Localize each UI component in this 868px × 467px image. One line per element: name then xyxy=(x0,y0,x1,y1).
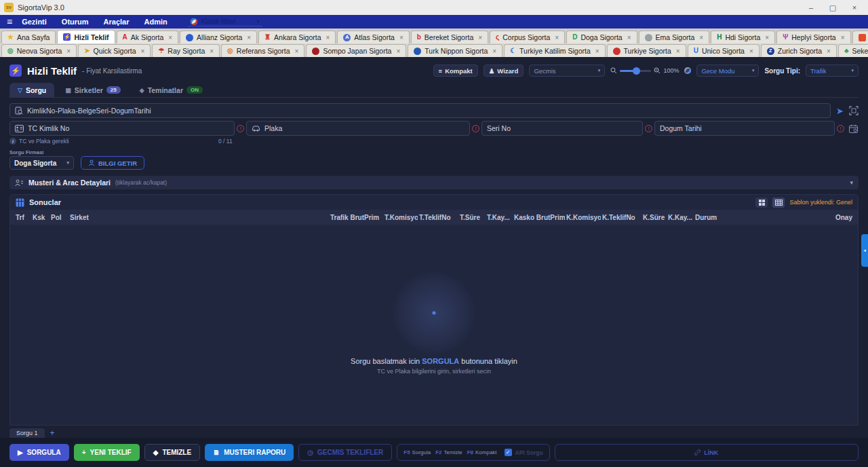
tab-sirketler[interactable]: ▦Sirketler25 xyxy=(57,83,128,97)
plaka-input[interactable] xyxy=(264,124,465,132)
menu-item-oturum[interactable]: Oturum xyxy=(62,18,89,26)
tab-unico-sigorta[interactable]: UUnico Sigorta× xyxy=(688,44,760,57)
column-header-k-teklifno[interactable]: K.TeklifNo xyxy=(601,214,642,221)
api-query-checkbox[interactable]: ✓ API Sorgu xyxy=(505,449,543,456)
close-icon[interactable]: × xyxy=(478,34,482,41)
zoom-slider[interactable] xyxy=(620,70,651,72)
zoom-in-icon[interactable] xyxy=(654,67,660,74)
close-icon[interactable]: × xyxy=(595,48,599,55)
card-view-toggle[interactable] xyxy=(755,198,768,208)
table-view-toggle[interactable] xyxy=(772,198,785,208)
menu-item-ara-lar[interactable]: Araçlar xyxy=(104,18,130,26)
query-type-select[interactable]: Trafik ▾ xyxy=(806,64,859,77)
close-icon[interactable]: × xyxy=(141,48,145,55)
tab-corpus-sigorta[interactable]: ςCorpus Sigorta× xyxy=(490,31,565,43)
zoom-out-icon[interactable] xyxy=(610,67,617,74)
gecmis-teklifler-button[interactable]: ◷GECMIS TEKLIFLER xyxy=(298,444,392,461)
tab-ak-sigorta[interactable]: AAk Sigorta× xyxy=(117,31,179,43)
musteri-raporu-button[interactable]: 🗎MUSTERI RAPORU xyxy=(205,444,294,461)
hamburger-icon[interactable]: ≡ xyxy=(7,16,12,27)
close-icon[interactable]: × xyxy=(492,48,496,55)
tab-teminatlar[interactable]: ◈TeminatlarON xyxy=(132,83,211,97)
query-tab-sorgu-1[interactable]: Sorgu 1 xyxy=(9,428,45,438)
tab-sorgu[interactable]: ▽Sorgu xyxy=(9,83,54,97)
column-header-t-s-re[interactable]: T.Süre xyxy=(458,214,486,221)
close-icon[interactable]: × xyxy=(326,34,330,41)
tc-kimlik-no-input[interactable] xyxy=(28,124,229,132)
query-company-select[interactable]: Doga Sigorta ▾ xyxy=(9,156,74,170)
column-header-k-kay[interactable]: K.Kay... xyxy=(667,214,694,221)
column-header-t-komisyon[interactable]: T.Komisyon xyxy=(383,214,418,221)
tab-sompo-japan-sigorta[interactable]: Sompo Japan Sigorta× xyxy=(306,44,406,57)
smart-search-input[interactable] xyxy=(27,107,825,115)
yeni-teklif-button[interactable]: +YENI TEKLIF xyxy=(74,444,140,461)
column-header-trafik-brutprim[interactable]: Trafik BrutPrim xyxy=(329,214,383,221)
column-header-pol[interactable]: Pol xyxy=(50,214,68,221)
send-arrow-icon[interactable]: ➤ xyxy=(836,106,844,116)
tab-doga-sigorta[interactable]: DDoga Sigorta× xyxy=(566,31,637,43)
tab-ankara-sigorta[interactable]: ♜Ankara Sigorta× xyxy=(258,31,336,43)
close-icon[interactable]: × xyxy=(676,48,680,55)
tab-hizli-teklif[interactable]: ⚡Hizli Teklif xyxy=(57,30,115,43)
side-panel-toggle[interactable]: ◂ xyxy=(861,234,868,267)
tab-turkiye-sigorta[interactable]: Turkiye Sigorta× xyxy=(607,44,686,57)
tab-turk-nippon-sigorta[interactable]: Turk Nippon Sigorta× xyxy=(408,44,502,57)
wizard-button[interactable]: ♟ Wizard xyxy=(484,64,524,77)
close-icon[interactable]: × xyxy=(396,48,400,55)
close-icon[interactable]: × xyxy=(295,48,299,55)
menu-item-gezinti[interactable]: Gezinti xyxy=(22,18,47,26)
tab-referans-sigorta[interactable]: ◎Referans Sigorta× xyxy=(221,44,304,57)
close-icon[interactable]: × xyxy=(699,34,703,41)
close-icon[interactable]: × xyxy=(247,34,251,41)
tab-neova-sigorta[interactable]: ◎Neova Sigorta× xyxy=(1,44,77,57)
minimize-button[interactable]: – xyxy=(802,3,821,12)
tab-heplyi-sigorta[interactable]: ΨHeplyi Sigorta× xyxy=(776,31,850,43)
seri-no-input[interactable] xyxy=(487,124,637,132)
tab-zurich-sigorta[interactable]: ZZurich Sigorta× xyxy=(761,44,837,57)
column-header-trf[interactable]: Trf xyxy=(14,214,31,221)
get-info-button[interactable]: BILGI GETIR xyxy=(81,156,144,170)
close-icon[interactable]: × xyxy=(399,34,403,41)
close-icon[interactable]: × xyxy=(841,34,845,41)
column-header-t-kay[interactable]: T.Kay... xyxy=(486,214,513,221)
tab-quick-sigorta[interactable]: ➤Quick Sigorta× xyxy=(78,44,151,57)
close-icon[interactable]: × xyxy=(555,34,559,41)
column-header-onay[interactable]: Onay xyxy=(821,214,854,221)
column-header-sirket[interactable]: Sirket xyxy=(68,214,329,221)
tab-hdi-sigorta[interactable]: HHdi Sigorta× xyxy=(711,31,775,43)
tab-allianz-sigorta[interactable]: Allianz Sigorta× xyxy=(180,31,257,43)
tab-bereket-sigorta[interactable]: bBereket Sigorta× xyxy=(411,31,488,43)
close-icon[interactable]: × xyxy=(210,48,214,55)
tab-turkiye-katilim-sigorta[interactable]: ☾Turkiye Katilim Sigorta× xyxy=(504,44,605,57)
tab-atlas-sigorta[interactable]: AAtlas Sigorta× xyxy=(337,31,409,43)
column-header-kasko-brutprim[interactable]: Kasko BrutPrim xyxy=(513,214,565,221)
column-header-k-komisyon[interactable]: K.Komisyon xyxy=(565,214,601,221)
tab-koru-sigorta[interactable]: Koru Sigorta× xyxy=(852,31,868,43)
maximize-button[interactable]: ▢ xyxy=(823,3,842,12)
menu-item-admin[interactable]: Admin xyxy=(144,18,167,26)
close-icon[interactable]: × xyxy=(749,48,753,55)
close-icon[interactable]: × xyxy=(827,48,831,55)
sorgula-button[interactable]: ▶SORGULA xyxy=(9,444,69,461)
customer-vehicle-details-toggle[interactable]: Musteri & Arac Detaylari (tiklayarak ac/… xyxy=(9,176,859,189)
column-header-k-s-re[interactable]: K.Süre xyxy=(642,214,667,221)
scan-icon[interactable] xyxy=(849,106,859,115)
temizle-button[interactable]: ◆TEMIZLE xyxy=(144,444,200,461)
kompakt-button[interactable]: ≡ Kompakt xyxy=(433,64,478,77)
calendar-icon[interactable] xyxy=(849,124,858,133)
theme-palette-icon[interactable] xyxy=(684,67,691,74)
theme-select[interactable]: Klasik Mavi ▾ xyxy=(188,17,262,26)
tab-seker-sigorta[interactable]: ♣Seker Sigorta× xyxy=(838,44,868,57)
close-icon[interactable]: × xyxy=(66,48,71,55)
dogum-tarihi-input[interactable] xyxy=(660,124,829,132)
close-icon[interactable]: × xyxy=(765,34,769,41)
column-header-durum[interactable]: Durum xyxy=(694,214,821,221)
add-query-tab-button[interactable]: + xyxy=(50,429,55,438)
column-header-ksk[interactable]: Ksk xyxy=(31,214,50,221)
close-button[interactable]: × xyxy=(845,3,864,12)
tab-ana-sayfa[interactable]: ★Ana Sayfa xyxy=(1,31,56,43)
close-icon[interactable]: × xyxy=(627,34,631,41)
history-select[interactable]: Gecmis ▾ xyxy=(529,64,605,77)
night-mode-select[interactable]: Gece Modu ▾ xyxy=(696,64,759,77)
tab-ray-sigorta[interactable]: ☂Ray Sigorta× xyxy=(152,44,220,57)
